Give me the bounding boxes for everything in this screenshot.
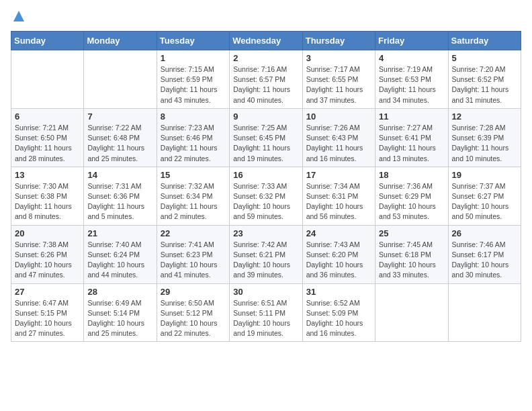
day-detail: Sunrise: 7:20 AMSunset: 6:52 PMDaylight:… (452, 64, 517, 105)
calendar-cell: 18Sunrise: 7:36 AMSunset: 6:29 PMDayligh… (375, 167, 448, 225)
day-detail: Sunrise: 6:47 AMSunset: 5:15 PMDaylight:… (15, 298, 80, 339)
calendar-week-row: 1Sunrise: 7:15 AMSunset: 6:59 PMDaylight… (11, 50, 521, 109)
calendar-cell: 9Sunrise: 7:25 AMSunset: 6:45 PMDaylight… (230, 108, 302, 167)
calendar-table: SundayMondayTuesdayWednesdayThursdayFrid… (11, 31, 521, 342)
day-number: 20 (15, 228, 80, 238)
calendar-cell: 11Sunrise: 7:27 AMSunset: 6:41 PMDayligh… (375, 108, 448, 167)
calendar-cell: 23Sunrise: 7:42 AMSunset: 6:21 PMDayligh… (230, 225, 302, 283)
calendar-cell: 28Sunrise: 6:49 AMSunset: 5:14 PMDayligh… (84, 283, 157, 342)
calendar-cell: 6Sunrise: 7:21 AMSunset: 6:50 PMDaylight… (11, 108, 84, 167)
day-number: 29 (161, 287, 226, 297)
day-detail: Sunrise: 7:42 AMSunset: 6:21 PMDaylight:… (233, 240, 298, 281)
day-number: 4 (379, 53, 444, 63)
day-detail: Sunrise: 7:45 AMSunset: 6:18 PMDaylight:… (379, 240, 444, 281)
day-detail: Sunrise: 7:43 AMSunset: 6:20 PMDaylight:… (306, 240, 371, 281)
calendar-cell: 29Sunrise: 6:50 AMSunset: 5:12 PMDayligh… (157, 283, 229, 342)
day-detail: Sunrise: 7:38 AMSunset: 6:26 PMDaylight:… (15, 240, 80, 281)
calendar-cell: 10Sunrise: 7:26 AMSunset: 6:43 PMDayligh… (302, 108, 375, 167)
calendar-cell: 31Sunrise: 6:52 AMSunset: 5:09 PMDayligh… (302, 283, 375, 342)
calendar-week-row: 20Sunrise: 7:38 AMSunset: 6:26 PMDayligh… (11, 225, 521, 283)
day-detail: Sunrise: 7:22 AMSunset: 6:48 PMDaylight:… (87, 123, 152, 164)
weekday-header-saturday: Saturday (448, 32, 521, 50)
day-number: 22 (161, 228, 226, 238)
day-number: 10 (306, 111, 371, 122)
day-number: 5 (452, 53, 517, 63)
day-number: 3 (306, 53, 371, 63)
day-number: 13 (15, 170, 80, 180)
day-detail: Sunrise: 7:32 AMSunset: 6:34 PMDaylight:… (161, 181, 226, 222)
day-detail: Sunrise: 7:34 AMSunset: 6:31 PMDaylight:… (306, 181, 371, 222)
calendar-cell: 22Sunrise: 7:41 AMSunset: 6:23 PMDayligh… (157, 225, 229, 283)
weekday-header-thursday: Thursday (302, 32, 375, 50)
day-detail: Sunrise: 7:17 AMSunset: 6:55 PMDaylight:… (306, 64, 371, 105)
day-detail: Sunrise: 6:51 AMSunset: 5:11 PMDaylight:… (233, 298, 298, 339)
calendar-week-row: 13Sunrise: 7:30 AMSunset: 6:38 PMDayligh… (11, 167, 521, 225)
day-number: 21 (87, 228, 152, 238)
calendar-cell (375, 283, 448, 342)
calendar-cell: 25Sunrise: 7:45 AMSunset: 6:18 PMDayligh… (375, 225, 448, 283)
calendar-cell: 15Sunrise: 7:32 AMSunset: 6:34 PMDayligh… (157, 167, 229, 225)
day-number: 18 (379, 170, 444, 180)
calendar-cell: 19Sunrise: 7:37 AMSunset: 6:27 PMDayligh… (448, 167, 521, 225)
day-number: 25 (379, 228, 444, 238)
weekday-header-monday: Monday (84, 32, 157, 50)
day-detail: Sunrise: 7:15 AMSunset: 6:59 PMDaylight:… (161, 64, 226, 105)
day-detail: Sunrise: 7:37 AMSunset: 6:27 PMDaylight:… (452, 181, 517, 222)
calendar-cell (11, 50, 84, 109)
calendar-cell: 26Sunrise: 7:46 AMSunset: 6:17 PMDayligh… (448, 225, 521, 283)
day-detail: Sunrise: 7:27 AMSunset: 6:41 PMDaylight:… (379, 123, 444, 164)
day-number: 6 (15, 111, 80, 122)
day-number: 26 (452, 228, 517, 238)
day-number: 19 (452, 170, 517, 180)
day-detail: Sunrise: 7:28 AMSunset: 6:39 PMDaylight:… (452, 123, 517, 164)
weekday-header-wednesday: Wednesday (230, 32, 302, 50)
day-detail: Sunrise: 7:40 AMSunset: 6:24 PMDaylight:… (87, 240, 152, 281)
calendar-cell: 27Sunrise: 6:47 AMSunset: 5:15 PMDayligh… (11, 283, 84, 342)
day-number: 17 (306, 170, 371, 180)
calendar-cell: 2Sunrise: 7:16 AMSunset: 6:57 PMDaylight… (230, 50, 302, 109)
calendar-cell: 4Sunrise: 7:19 AMSunset: 6:53 PMDaylight… (375, 50, 448, 109)
calendar-week-row: 6Sunrise: 7:21 AMSunset: 6:50 PMDaylight… (11, 108, 521, 167)
day-detail: Sunrise: 6:49 AMSunset: 5:14 PMDaylight:… (87, 298, 152, 339)
calendar-cell: 3Sunrise: 7:17 AMSunset: 6:55 PMDaylight… (302, 50, 375, 109)
day-detail: Sunrise: 7:30 AMSunset: 6:38 PMDaylight:… (15, 181, 80, 222)
calendar-cell: 17Sunrise: 7:34 AMSunset: 6:31 PMDayligh… (302, 167, 375, 225)
calendar-cell: 21Sunrise: 7:40 AMSunset: 6:24 PMDayligh… (84, 225, 157, 283)
day-detail: Sunrise: 7:41 AMSunset: 6:23 PMDaylight:… (161, 240, 226, 281)
day-number: 12 (452, 111, 517, 122)
day-number: 30 (233, 287, 298, 297)
calendar-cell: 5Sunrise: 7:20 AMSunset: 6:52 PMDaylight… (448, 50, 521, 109)
day-number: 16 (233, 170, 298, 180)
day-number: 15 (161, 170, 226, 180)
day-number: 27 (15, 287, 80, 297)
day-number: 14 (87, 170, 152, 180)
day-number: 11 (379, 111, 444, 122)
day-number: 24 (306, 228, 371, 238)
day-number: 9 (233, 111, 298, 122)
weekday-header-tuesday: Tuesday (157, 32, 229, 50)
day-number: 2 (233, 53, 298, 63)
day-detail: Sunrise: 7:21 AMSunset: 6:50 PMDaylight:… (15, 123, 80, 164)
day-detail: Sunrise: 7:23 AMSunset: 6:46 PMDaylight:… (161, 123, 226, 164)
calendar-cell: 8Sunrise: 7:23 AMSunset: 6:46 PMDaylight… (157, 108, 229, 167)
calendar-cell: 20Sunrise: 7:38 AMSunset: 6:26 PMDayligh… (11, 225, 84, 283)
day-number: 7 (87, 111, 152, 122)
calendar-cell (448, 283, 521, 342)
calendar-week-row: 27Sunrise: 6:47 AMSunset: 5:15 PMDayligh… (11, 283, 521, 342)
day-detail: Sunrise: 7:33 AMSunset: 6:32 PMDaylight:… (233, 181, 298, 222)
day-detail: Sunrise: 7:26 AMSunset: 6:43 PMDaylight:… (306, 123, 371, 164)
day-number: 31 (306, 287, 371, 297)
weekday-header-sunday: Sunday (11, 32, 84, 50)
calendar-header-row: SundayMondayTuesdayWednesdayThursdayFrid… (11, 32, 521, 50)
day-detail: Sunrise: 7:46 AMSunset: 6:17 PMDaylight:… (452, 240, 517, 281)
day-detail: Sunrise: 7:25 AMSunset: 6:45 PMDaylight:… (233, 123, 298, 164)
day-number: 1 (161, 53, 226, 63)
day-detail: Sunrise: 7:36 AMSunset: 6:29 PMDaylight:… (379, 181, 444, 222)
day-detail: Sunrise: 7:19 AMSunset: 6:53 PMDaylight:… (379, 64, 444, 105)
day-number: 23 (233, 228, 298, 238)
calendar-cell: 13Sunrise: 7:30 AMSunset: 6:38 PMDayligh… (11, 167, 84, 225)
day-number: 8 (161, 111, 226, 122)
calendar-cell: 30Sunrise: 6:51 AMSunset: 5:11 PMDayligh… (230, 283, 302, 342)
logo (11, 11, 24, 23)
day-detail: Sunrise: 7:16 AMSunset: 6:57 PMDaylight:… (233, 64, 298, 105)
